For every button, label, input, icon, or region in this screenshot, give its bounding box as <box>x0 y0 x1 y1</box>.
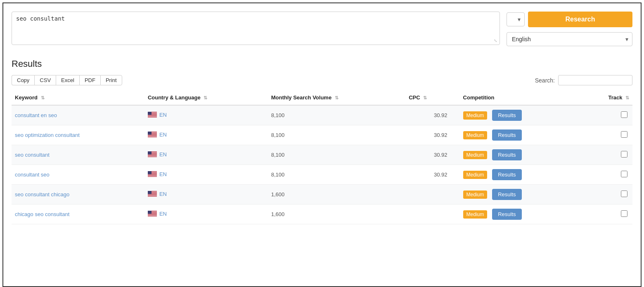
keyword-link[interactable]: seo consultant <box>15 152 50 158</box>
print-button[interactable]: Print <box>100 75 122 85</box>
track-checkbox[interactable] <box>621 191 627 197</box>
results-button[interactable]: Results <box>492 189 521 200</box>
competition-badge: Medium <box>463 111 488 120</box>
table-search-input[interactable] <box>558 75 632 85</box>
cell-track <box>581 125 632 145</box>
flag-en-wrap: EN <box>148 112 167 118</box>
results-button[interactable]: Results <box>492 149 521 160</box>
col-country-language[interactable]: Country & Language ⇅ <box>144 90 268 105</box>
track-checkbox[interactable] <box>621 131 627 138</box>
svg-rect-9 <box>148 116 157 116</box>
language-label: EN <box>159 171 167 177</box>
svg-rect-20 <box>148 135 157 135</box>
svg-rect-34 <box>148 155 157 155</box>
csv-button[interactable]: CSV <box>34 75 56 85</box>
track-checkbox[interactable] <box>621 171 627 177</box>
svg-rect-36 <box>148 156 157 156</box>
cell-cpc <box>405 185 459 205</box>
country-select[interactable]: United States (US) United Kingdom (UK) C… <box>507 12 525 26</box>
flag-en-wrap: EN <box>148 191 167 197</box>
us-flag-icon <box>148 132 157 137</box>
table-row: seo optimization consultant EN 8,10030.9… <box>12 125 632 145</box>
keyword-link[interactable]: seo consultant chicago <box>15 191 69 198</box>
svg-rect-37 <box>148 156 157 157</box>
results-title: Results <box>12 59 632 69</box>
competition-badge: Medium <box>463 131 488 139</box>
research-button[interactable]: Research <box>528 12 632 27</box>
col-track[interactable]: Track ⇅ <box>581 90 632 105</box>
cell-cpc: 30.92 <box>405 125 459 145</box>
table-row: seo consultant chicago EN 1,600MediumRes… <box>12 185 632 205</box>
excel-button[interactable]: Excel <box>56 75 79 85</box>
us-flag-icon <box>148 151 157 157</box>
svg-rect-33 <box>148 155 157 155</box>
copy-button[interactable]: Copy <box>12 75 34 85</box>
keyword-input[interactable] <box>16 15 495 40</box>
col-cpc[interactable]: CPC ⇅ <box>405 90 459 105</box>
cell-country-language: EN <box>144 185 268 205</box>
pdf-button[interactable]: PDF <box>79 75 100 85</box>
col-keyword[interactable]: Keyword ⇅ <box>12 90 144 105</box>
cell-competition: MediumResults <box>460 185 581 205</box>
keyword-link[interactable]: chicago seo consultant <box>15 211 69 217</box>
col-monthly-search-volume[interactable]: Monthly Search Volume ⇅ <box>268 90 405 105</box>
svg-rect-62 <box>148 195 157 196</box>
flag-en-wrap: EN <box>148 211 167 217</box>
controls-right: United States (US) United Kingdom (UK) C… <box>507 12 632 46</box>
country-select-wrap: United States (US) United Kingdom (UK) C… <box>507 12 525 26</box>
app-container: ⤡ United States (US) United Kingdom (UK)… <box>2 2 642 287</box>
cell-competition: MediumResults <box>460 145 581 165</box>
table-row: consultant seo EN 8,10030.92MediumResult… <box>12 165 632 185</box>
svg-rect-46 <box>148 174 157 175</box>
track-checkbox[interactable] <box>621 151 627 158</box>
competition-badge: Medium <box>463 151 488 159</box>
track-checkbox[interactable] <box>621 210 627 217</box>
keyword-link[interactable]: seo optimization consultant <box>15 132 80 138</box>
competition-badge: Medium <box>463 171 488 179</box>
export-buttons-group: Copy CSV Excel PDF Print <box>12 75 122 85</box>
results-button[interactable]: Results <box>492 110 521 121</box>
svg-rect-51 <box>148 171 152 174</box>
svg-rect-75 <box>148 215 157 216</box>
svg-rect-61 <box>148 195 157 195</box>
svg-rect-10 <box>148 116 157 117</box>
svg-rect-77 <box>148 211 152 214</box>
svg-rect-73 <box>148 214 157 215</box>
svg-rect-47 <box>148 175 157 175</box>
keyword-link[interactable]: consultant en seo <box>15 112 57 118</box>
results-button[interactable]: Results <box>492 209 521 220</box>
sort-icon-cpc: ⇅ <box>423 95 427 101</box>
top-row: ⤡ United States (US) United Kingdom (UK)… <box>12 12 632 46</box>
competition-badge: Medium <box>463 191 488 199</box>
svg-rect-48 <box>148 175 157 176</box>
cell-track <box>581 145 632 165</box>
keyword-link[interactable]: consultant seo <box>15 172 50 178</box>
svg-rect-60 <box>148 195 157 195</box>
svg-rect-25 <box>148 132 152 135</box>
cell-competition: MediumResults <box>460 105 581 125</box>
cell-country-language: EN <box>144 165 268 185</box>
sort-icon-msv: ⇅ <box>335 95 339 101</box>
language-label: EN <box>159 211 167 217</box>
results-button[interactable]: Results <box>492 169 521 180</box>
cell-competition: MediumResults <box>460 205 581 224</box>
language-label: EN <box>159 151 167 158</box>
flag-en-wrap: EN <box>148 151 167 158</box>
svg-rect-59 <box>148 194 157 195</box>
cell-competition: MediumResults <box>460 125 581 145</box>
language-select[interactable]: English Spanish French German <box>507 32 632 46</box>
resize-handle: ⤡ <box>494 39 499 44</box>
competition-badge: Medium <box>463 210 488 219</box>
svg-rect-64 <box>148 191 152 194</box>
cell-keyword: seo consultant chicago <box>12 185 144 205</box>
cell-country-language: EN <box>144 205 268 224</box>
svg-rect-7 <box>148 115 157 115</box>
sort-icon-country: ⇅ <box>204 95 207 101</box>
cell-cpc: 30.92 <box>405 145 459 165</box>
results-button[interactable]: Results <box>492 129 521 141</box>
cell-track <box>581 185 632 205</box>
cell-track <box>581 105 632 125</box>
track-checkbox[interactable] <box>621 111 627 118</box>
table-row: chicago seo consultant EN 1,600MediumRes… <box>12 205 632 224</box>
language-label: EN <box>159 112 167 118</box>
